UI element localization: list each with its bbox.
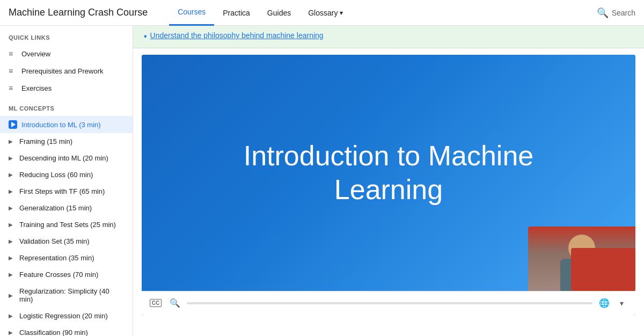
sidebar-item-first-steps-tf[interactable]: ▶ First Steps with TF (65 min) — [0, 183, 133, 200]
ml-concepts-title: ML Concepts — [0, 97, 133, 116]
highlight-bar: • Understand the philosophy behind machi… — [133, 26, 644, 48]
search-video-button[interactable]: 🔍 — [167, 296, 182, 311]
chevron-right-icon: ▶ — [9, 293, 15, 298]
sidebar-item-label: Reducing Loss (60 min) — [19, 171, 93, 179]
search-icon: 🔍 — [597, 7, 609, 19]
video-progress-bar[interactable] — [187, 302, 592, 304]
nav-links: Courses Practica Guides Glossary ▾ — [169, 0, 597, 26]
cc-button[interactable]: CC — [148, 296, 163, 311]
main-content: • Understand the philosophy behind machi… — [133, 26, 644, 336]
glossary-label: Glossary — [308, 9, 338, 17]
top-navigation: Machine Learning Crash Course Courses Pr… — [0, 0, 644, 26]
glossary-chevron-icon: ▾ — [340, 9, 343, 17]
sidebar-item-feature-crosses[interactable]: ▶ Feature Crosses (70 min) — [0, 266, 133, 283]
sidebar-item-label: Validation Set (35 min) — [19, 237, 90, 245]
globe-icon: 🌐 — [599, 298, 610, 308]
sidebar-item-label: Classification (90 min) — [19, 328, 88, 336]
sidebar-item-label: Generalization (15 min) — [19, 204, 92, 212]
language-button[interactable]: 🌐 — [597, 296, 612, 311]
sidebar-item-framing[interactable]: ▶ Framing (15 min) — [0, 133, 133, 150]
video-container: Introduction to Machine Learning CC — [142, 55, 635, 315]
play-icon — [9, 120, 17, 129]
chevron-right-icon: ▶ — [9, 222, 15, 228]
chevron-down-icon: ▾ — [620, 299, 624, 308]
chevron-right-icon: ▶ — [9, 155, 15, 161]
presenter-bg — [528, 227, 635, 291]
list-icon: ≡ — [9, 49, 17, 58]
nav-item-glossary[interactable]: Glossary ▾ — [299, 0, 352, 26]
chevron-right-icon: ▶ — [9, 138, 15, 144]
sidebar-item-label: Introduction to ML (3 min) — [21, 121, 101, 129]
chevron-right-icon: ▶ — [9, 238, 15, 244]
search-label: Search — [612, 9, 635, 17]
video-controls: CC 🔍 🌐 ▾ — [142, 291, 635, 315]
presenter-thumbnail — [528, 227, 635, 291]
nav-item-practica[interactable]: Practica — [214, 0, 259, 26]
sidebar-item-regularization-simplicity[interactable]: ▶ Regularization: Simplicity (40 min) — [0, 283, 133, 308]
chevron-right-icon: ▶ — [9, 188, 15, 194]
sidebar-item-label: Framing (15 min) — [19, 137, 72, 145]
bullet-dot: • — [144, 31, 147, 42]
chevron-right-icon: ▶ — [9, 205, 15, 211]
settings-button[interactable]: ▾ — [614, 296, 629, 311]
sidebar-item-label: Prerequisites and Prework — [21, 67, 103, 75]
highlight-link[interactable]: Understand the philosophy behind machine… — [150, 31, 324, 40]
sidebar: Quick Links ≡ Overview ≡ Prerequisites a… — [0, 26, 133, 336]
video-title-line1: Introduction to Machine — [244, 140, 534, 171]
sidebar-item-classification[interactable]: ▶ Classification (90 min) — [0, 324, 133, 336]
video-title-line2: Learning — [334, 174, 443, 205]
sidebar-item-exercises[interactable]: ≡ Exercises — [0, 79, 133, 97]
sidebar-item-intro-ml[interactable]: Introduction to ML (3 min) — [0, 116, 133, 133]
sidebar-item-representation[interactable]: ▶ Representation (35 min) — [0, 250, 133, 266]
cc-icon: CC — [150, 299, 162, 307]
list-icon: ≡ — [9, 67, 17, 75]
quick-links-title: Quick Links — [0, 26, 133, 45]
sidebar-item-overview[interactable]: ≡ Overview — [0, 45, 133, 62]
bullet-item: • Understand the philosophy behind machi… — [144, 31, 633, 42]
sidebar-item-prerequisites[interactable]: ≡ Prerequisites and Prework — [0, 62, 133, 79]
sidebar-item-label: Training and Test Sets (25 min) — [19, 221, 116, 229]
site-title: Machine Learning Crash Course — [9, 7, 148, 18]
sidebar-item-reducing-loss[interactable]: ▶ Reducing Loss (60 min) — [0, 166, 133, 183]
sidebar-item-validation-set[interactable]: ▶ Validation Set (35 min) — [0, 233, 133, 250]
chevron-right-icon: ▶ — [9, 255, 15, 261]
nav-item-courses[interactable]: Courses — [169, 0, 214, 26]
sidebar-item-descending-ml[interactable]: ▶ Descending into ML (20 min) — [0, 150, 133, 166]
sidebar-item-label: Descending into ML (20 min) — [19, 154, 108, 162]
search-video-icon: 🔍 — [170, 298, 180, 308]
chevron-right-icon: ▶ — [9, 313, 15, 319]
sidebar-item-label: Representation (35 min) — [19, 254, 94, 262]
list-icon: ≡ — [9, 84, 17, 92]
search-area[interactable]: 🔍 Search — [597, 7, 635, 19]
sidebar-item-label: Feature Crosses (70 min) — [19, 271, 98, 279]
chair-back — [571, 248, 635, 291]
sidebar-item-label: First Steps with TF (65 min) — [19, 187, 105, 195]
sidebar-item-label: Regularization: Simplicity (40 min) — [19, 287, 124, 303]
chevron-right-icon: ▶ — [9, 172, 15, 178]
chevron-right-icon: ▶ — [9, 330, 15, 335]
sidebar-item-label: Exercises — [21, 84, 52, 92]
video-title: Introduction to Machine Learning — [233, 128, 545, 217]
video-slide[interactable]: Introduction to Machine Learning — [142, 55, 635, 291]
main-layout: Quick Links ≡ Overview ≡ Prerequisites a… — [0, 26, 644, 336]
sidebar-item-logistic-regression[interactable]: ▶ Logistic Regression (20 min) — [0, 308, 133, 324]
video-controls-right: 🌐 ▾ — [597, 296, 629, 311]
nav-item-guides[interactable]: Guides — [259, 0, 299, 26]
sidebar-item-training-test-sets[interactable]: ▶ Training and Test Sets (25 min) — [0, 216, 133, 233]
chevron-right-icon: ▶ — [9, 272, 15, 277]
sidebar-item-label: Overview — [21, 50, 50, 58]
sidebar-item-label: Logistic Regression (20 min) — [19, 312, 108, 320]
sidebar-item-generalization[interactable]: ▶ Generalization (15 min) — [0, 200, 133, 216]
